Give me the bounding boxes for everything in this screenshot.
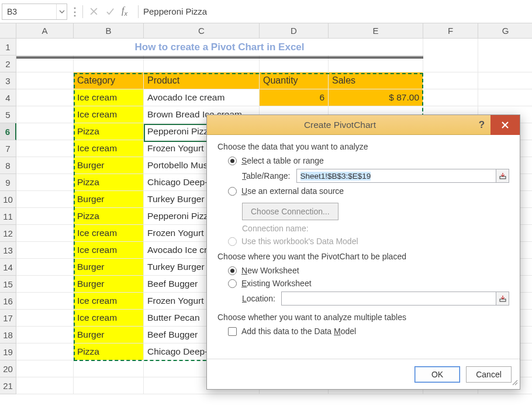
name-box-dropdown[interactable] (56, 4, 67, 19)
row-header-1[interactable]: 1 (0, 39, 16, 55)
ok-button[interactable]: OK (414, 366, 460, 383)
name-box[interactable]: B3 (2, 4, 67, 20)
row-header-7[interactable]: 7 (0, 140, 16, 157)
cell[interactable]: Avocado Ice cream (144, 89, 260, 106)
cell[interactable] (16, 208, 74, 225)
column-header-G[interactable]: G (478, 23, 532, 39)
row-header-8[interactable]: 8 (0, 157, 16, 174)
cell[interactable]: Burger (74, 259, 144, 276)
cell[interactable] (16, 343, 74, 360)
cell[interactable]: Ice cream (74, 89, 144, 106)
cell[interactable]: Pizza (74, 343, 144, 360)
cell[interactable]: Pizza (74, 123, 144, 140)
row-header-17[interactable]: 17 (0, 310, 16, 327)
cell[interactable]: Burger (74, 276, 144, 293)
cell[interactable]: Ice cream (74, 242, 144, 259)
column-header-B[interactable]: B (74, 23, 144, 39)
cell[interactable]: Product (144, 72, 260, 89)
dialog-titlebar[interactable]: Create PivotChart ? (207, 115, 520, 135)
cell[interactable]: Category (74, 72, 144, 89)
cell[interactable] (16, 327, 74, 343)
collapse-dialog-icon[interactable] (496, 169, 509, 183)
cell[interactable]: Quantity (260, 72, 329, 89)
cell[interactable] (478, 89, 532, 106)
cell[interactable]: Ice cream (74, 140, 144, 157)
cell[interactable] (16, 123, 74, 140)
cell[interactable] (74, 360, 144, 377)
column-header-E[interactable]: E (329, 23, 423, 39)
cell[interactable] (16, 360, 74, 377)
radio-new-worksheet[interactable]: New Worksheet (228, 266, 509, 275)
cell[interactable] (16, 293, 74, 310)
fx-icon[interactable]: fx (122, 5, 127, 17)
page-title[interactable]: How to create a Pivot Chart in Excel (16, 39, 423, 55)
row-header-11[interactable]: 11 (0, 208, 16, 225)
close-button[interactable] (490, 115, 520, 135)
cell[interactable] (16, 72, 74, 89)
row-header-6[interactable]: 6 (0, 123, 16, 140)
resize-grip-icon[interactable] (511, 377, 518, 388)
cell[interactable] (16, 89, 74, 106)
help-button[interactable]: ? (473, 115, 490, 135)
row-header-4[interactable]: 4 (0, 89, 16, 106)
collapse-dialog-icon[interactable] (496, 292, 509, 306)
column-header-D[interactable]: D (260, 23, 329, 39)
cell[interactable]: Pizza (74, 208, 144, 225)
select-all-corner[interactable] (0, 23, 16, 39)
cell[interactable] (16, 106, 74, 123)
row-header-12[interactable]: 12 (0, 225, 16, 242)
row-header-2[interactable]: 2 (0, 55, 16, 72)
table-range-input[interactable]: Sheet1!$B$3:$E$19 (296, 169, 496, 183)
checkbox-add-to-model[interactable]: Add this data to the Data Model (228, 327, 509, 336)
column-header-C[interactable]: C (144, 23, 260, 39)
row-header-3[interactable]: 3 (0, 72, 16, 89)
row-header-15[interactable]: 15 (0, 276, 16, 293)
cell[interactable] (423, 39, 478, 55)
cell[interactable] (423, 72, 478, 89)
cell[interactable]: Burger (74, 157, 144, 174)
row-header-18[interactable]: 18 (0, 327, 16, 343)
radio-existing-worksheet[interactable]: Existing Worksheet (228, 279, 509, 288)
cell[interactable] (74, 377, 144, 394)
cell[interactable]: 6 (260, 89, 329, 106)
cell[interactable] (16, 276, 74, 293)
cell[interactable] (16, 174, 74, 191)
row-header-14[interactable]: 14 (0, 259, 16, 276)
cell[interactable] (16, 225, 74, 242)
cell[interactable] (16, 242, 74, 259)
row-header-13[interactable]: 13 (0, 242, 16, 259)
row-header-19[interactable]: 19 (0, 343, 16, 360)
cell[interactable] (478, 55, 532, 72)
cell[interactable] (16, 191, 74, 208)
formula-value[interactable]: Pepperoni Pizza (141, 6, 207, 16)
radio-external-source[interactable]: Use an external data source (228, 186, 509, 196)
cell[interactable] (423, 55, 478, 72)
cell[interactable]: Pizza (74, 174, 144, 191)
cell[interactable] (423, 89, 478, 106)
cell[interactable]: Burger (74, 191, 144, 208)
cell[interactable]: Ice cream (74, 225, 144, 242)
cell[interactable]: Sales (329, 72, 423, 89)
cancel-button[interactable]: Cancel (466, 366, 512, 383)
cell[interactable] (478, 39, 532, 55)
column-header-F[interactable]: F (423, 23, 478, 39)
cell[interactable]: Burger (74, 327, 144, 343)
row-header-10[interactable]: 10 (0, 191, 16, 208)
row-header-9[interactable]: 9 (0, 174, 16, 191)
row-header-5[interactable]: 5 (0, 106, 16, 123)
column-header-A[interactable]: A (16, 23, 74, 39)
cell[interactable]: Ice cream (74, 310, 144, 327)
cell[interactable]: Ice cream (74, 106, 144, 123)
cell[interactable] (16, 140, 74, 157)
row-header-21[interactable]: 21 (0, 377, 16, 394)
cell[interactable] (16, 377, 74, 394)
radio-select-range[interactable]: Select a table or range (228, 156, 509, 165)
cell[interactable]: $ 87.00 (329, 89, 423, 106)
cell[interactable] (16, 310, 74, 327)
cell[interactable]: Ice cream (74, 293, 144, 310)
cell[interactable] (16, 259, 74, 276)
row-header-16[interactable]: 16 (0, 293, 16, 310)
cell[interactable] (16, 157, 74, 174)
row-header-20[interactable]: 20 (0, 360, 16, 377)
cell[interactable] (478, 72, 532, 89)
